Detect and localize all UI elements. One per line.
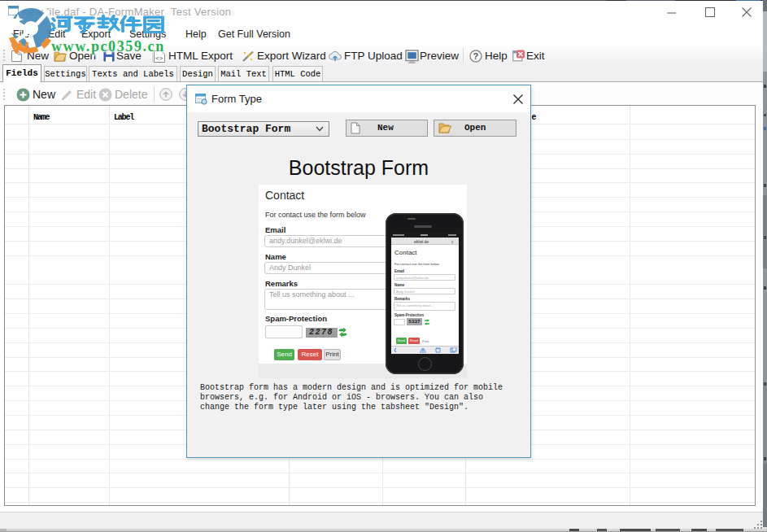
- svg-text:<>: <>: [155, 55, 163, 62]
- svg-text:?: ?: [473, 51, 479, 61]
